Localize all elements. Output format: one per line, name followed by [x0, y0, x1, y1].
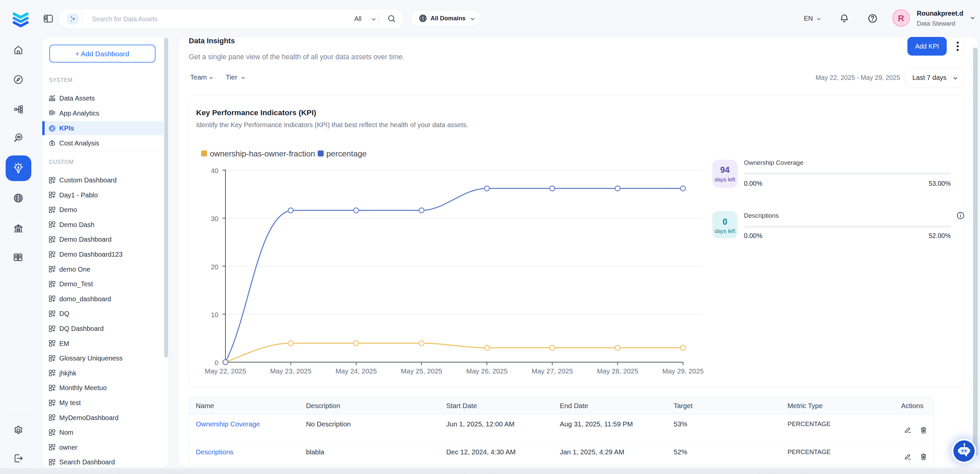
svg-text:0: 0 — [215, 359, 218, 366]
svg-text:40: 40 — [211, 167, 218, 174]
svg-text:20: 20 — [211, 263, 218, 270]
svg-text:May 23, 2025: May 23, 2025 — [270, 367, 311, 375]
svg-text:10: 10 — [211, 311, 218, 318]
svg-text:May 26, 2025: May 26, 2025 — [466, 367, 508, 375]
svg-text:30: 30 — [211, 215, 218, 222]
svg-text:May 25, 2025: May 25, 2025 — [401, 367, 442, 375]
svg-text:May 24, 2025: May 24, 2025 — [335, 367, 377, 375]
svg-text:May 29, 2025: May 29, 2025 — [662, 367, 704, 375]
svg-text:May 22, 2025: May 22, 2025 — [205, 367, 246, 375]
svg-text:May 27, 2025: May 27, 2025 — [531, 367, 573, 375]
svg-text:May 28, 2025: May 28, 2025 — [597, 367, 638, 375]
